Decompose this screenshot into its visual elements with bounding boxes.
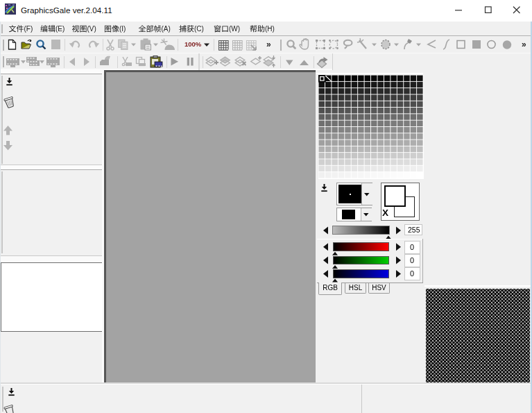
svg-text:(I): (I) <box>119 25 126 33</box>
svg-text:(E): (E) <box>55 25 65 33</box>
svg-text:(A): (A) <box>162 25 171 33</box>
svg-text:(H): (H) <box>265 25 275 33</box>
svg-text:(C): (C) <box>194 25 204 33</box>
svg-text:(F): (F) <box>24 25 33 33</box>
svg-text:(W): (W) <box>229 25 240 33</box>
svg-text:(V): (V) <box>87 25 96 33</box>
